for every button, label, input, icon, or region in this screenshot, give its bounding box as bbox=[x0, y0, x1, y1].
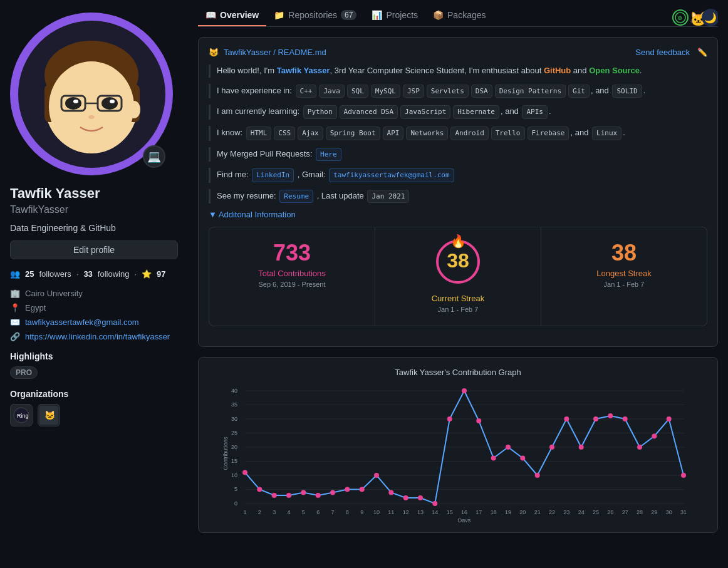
following-count[interactable]: 33 bbox=[83, 269, 92, 279]
tab-projects-label: Projects bbox=[386, 10, 418, 20]
current-streak-number: 38 bbox=[447, 249, 469, 272]
edit-icon[interactable]: ✏️ bbox=[697, 48, 707, 57]
tab-overview[interactable]: 📖 Overview bbox=[198, 5, 266, 26]
svg-text:13: 13 bbox=[417, 509, 424, 515]
followers-label: followers bbox=[39, 269, 71, 279]
university-text: Cairo University bbox=[25, 289, 83, 298]
flame-icon: 🔥 bbox=[450, 234, 466, 249]
profile-username: TawfikYasser bbox=[10, 204, 178, 215]
svg-text:29: 29 bbox=[651, 509, 657, 515]
svg-point-61 bbox=[506, 445, 511, 450]
svg-text:5: 5 bbox=[302, 509, 305, 515]
svg-text:25: 25 bbox=[593, 509, 599, 515]
current-streak-card: 🔥 38 Current Streak Jan 1 - Feb 7 bbox=[375, 227, 541, 326]
svg-text:28: 28 bbox=[637, 509, 643, 515]
svg-text:23: 23 bbox=[563, 509, 569, 515]
org-avatar-cat[interactable]: 🐱 bbox=[38, 404, 60, 426]
graph-title: Tawfik Yasser's Contribution Graph bbox=[209, 368, 707, 377]
readme-line-4: I know: HTMLCSSAjaxSpring BootAPINetwork… bbox=[209, 126, 707, 141]
follow-stats: 👥 25 followers · 33 following · ⭐ 97 bbox=[10, 269, 178, 279]
longest-streak-number: 38 bbox=[551, 240, 697, 266]
svg-text:Days: Days bbox=[458, 517, 471, 522]
additional-info-toggle[interactable]: ▼ Additonal Information bbox=[209, 210, 707, 219]
svg-text:11: 11 bbox=[388, 509, 394, 515]
svg-text:14: 14 bbox=[432, 509, 438, 515]
readme-header: 😺 TawfikYasser / README.md Send feedback… bbox=[209, 48, 707, 57]
svg-point-68 bbox=[608, 413, 613, 418]
readme-box: 😺 TawfikYasser / README.md Send feedback… bbox=[198, 37, 718, 347]
svg-point-72 bbox=[667, 416, 672, 421]
tab-projects[interactable]: 📊 Projects bbox=[364, 5, 425, 26]
avatar-inner bbox=[18, 21, 165, 168]
svg-text:🐱: 🐱 bbox=[44, 410, 56, 421]
organizations-section-title: Organizations bbox=[10, 389, 178, 399]
book-icon: 📖 bbox=[205, 10, 216, 20]
svg-text:19: 19 bbox=[505, 509, 511, 515]
svg-point-45 bbox=[272, 493, 277, 498]
current-streak-label: Current Streak bbox=[385, 294, 531, 303]
stars-count[interactable]: 97 bbox=[157, 269, 165, 279]
svg-point-64 bbox=[549, 445, 554, 450]
link-icon: 🔗 bbox=[10, 332, 20, 341]
profile-bio: Data Engineering & GitHub bbox=[10, 223, 178, 233]
university-info: 🏢 Cairo University bbox=[10, 289, 178, 298]
svg-text:15: 15 bbox=[447, 509, 453, 515]
svg-text:0: 0 bbox=[234, 500, 237, 507]
svg-point-49 bbox=[330, 490, 335, 495]
pro-badge: PRO bbox=[10, 366, 38, 379]
readme-line-5: My Merged Pull Requests: Here bbox=[209, 147, 707, 162]
project-icon: 📊 bbox=[372, 10, 382, 20]
followers-count[interactable]: 25 bbox=[25, 269, 34, 279]
svg-point-67 bbox=[593, 416, 598, 421]
svg-point-58 bbox=[462, 388, 467, 393]
org-avatar-ring[interactable]: Ring bbox=[10, 404, 33, 426]
svg-point-17 bbox=[110, 100, 115, 103]
svg-point-46 bbox=[286, 493, 291, 498]
svg-text:16: 16 bbox=[461, 509, 467, 515]
avatar-wrapper: 💻 bbox=[10, 13, 173, 175]
main-content: 📖 Overview 📁 Repositories 67 📊 Projects … bbox=[188, 0, 728, 533]
top-navigation: 📖 Overview 📁 Repositories 67 📊 Projects … bbox=[198, 0, 718, 27]
svg-point-48 bbox=[316, 493, 321, 498]
svg-text:26: 26 bbox=[607, 509, 613, 515]
svg-text:18: 18 bbox=[491, 509, 497, 515]
svg-text:7: 7 bbox=[331, 509, 334, 515]
readme-icon: 😺 bbox=[209, 48, 219, 57]
svg-text:🌙: 🌙 bbox=[704, 12, 717, 24]
total-contributions-number: 733 bbox=[219, 240, 365, 266]
location-icon: 📍 bbox=[10, 303, 20, 312]
svg-point-70 bbox=[637, 445, 642, 450]
avatar-badge: 💻 bbox=[143, 145, 165, 168]
readme-repo-link[interactable]: TawfikYasser / README.md bbox=[224, 48, 326, 57]
tab-packages-label: Packages bbox=[447, 10, 486, 20]
total-contributions-sub: Sep 6, 2019 - Present bbox=[219, 281, 365, 288]
readme-line-7: See my resume: Resume , Last update Jan … bbox=[209, 189, 707, 204]
longest-streak-sub: Jan 1 - Feb 7 bbox=[551, 281, 697, 288]
graph-area: .grid-line { stroke: #30363d; stroke-wid… bbox=[209, 385, 707, 522]
tab-overview-label: Overview bbox=[220, 10, 259, 20]
svg-text:6: 6 bbox=[316, 509, 320, 515]
svg-point-53 bbox=[388, 490, 393, 495]
stats-row: 733 Total Contributions Sep 6, 2019 - Pr… bbox=[209, 227, 707, 326]
tab-packages[interactable]: 📦 Packages bbox=[425, 5, 493, 26]
edit-profile-button[interactable]: Edit profile bbox=[10, 240, 178, 259]
linkedin-link[interactable]: https://www.linkedin.com/in/tawfikyasser bbox=[25, 332, 170, 341]
svg-point-56 bbox=[432, 501, 437, 506]
linkedin-info: 🔗 https://www.linkedin.com/in/tawfikyass… bbox=[10, 332, 178, 341]
svg-point-59 bbox=[476, 418, 481, 423]
svg-text:17: 17 bbox=[476, 509, 482, 515]
followers-icon: 👥 bbox=[10, 269, 20, 279]
svg-text:5: 5 bbox=[234, 486, 237, 492]
svg-text:3: 3 bbox=[273, 509, 276, 515]
total-contributions-label: Total Contributions bbox=[219, 269, 365, 278]
svg-point-71 bbox=[652, 434, 657, 439]
svg-text:20: 20 bbox=[231, 444, 237, 450]
svg-text:21: 21 bbox=[534, 509, 541, 515]
email-link[interactable]: tawfikyassertawfek@gmail.com bbox=[25, 318, 139, 327]
send-feedback-link[interactable]: Send feedback bbox=[635, 48, 690, 57]
svg-text:Contributions: Contributions bbox=[222, 436, 229, 470]
tab-repositories[interactable]: 📁 Repositories 67 bbox=[266, 5, 364, 26]
repo-icon: 📁 bbox=[274, 10, 284, 20]
email-info: ✉️ tawfikyassertawfek@gmail.com bbox=[10, 318, 178, 327]
longest-streak-card: 38 Longest Streak Jan 1 - Feb 7 bbox=[541, 227, 707, 326]
